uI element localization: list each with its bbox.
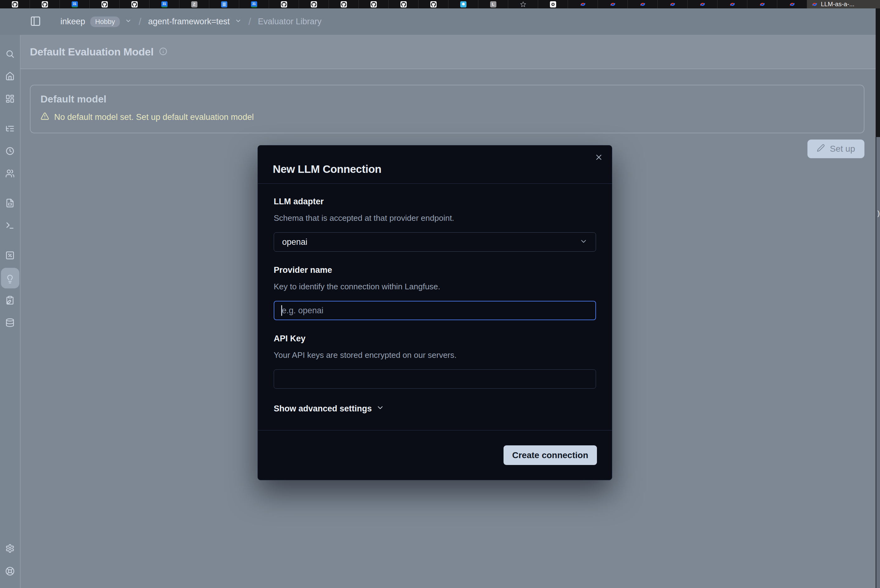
browser-tab[interactable]: 31 — [150, 0, 179, 8]
github-favicon — [400, 1, 407, 8]
sidebar-item-support-lifebuoy[interactable] — [5, 567, 15, 576]
breadcrumb-org[interactable]: inkeep — [60, 17, 85, 27]
chevron-down-icon[interactable] — [125, 17, 132, 27]
provider-name-input[interactable]: e.g. openai — [274, 301, 596, 320]
browser-tab[interactable] — [717, 0, 747, 8]
browser-tab[interactable] — [269, 0, 299, 8]
new-llm-connection-dialog: New LLM Connection LLM adapter Schema th… — [258, 145, 612, 480]
llm-adapter-value: openai — [282, 237, 307, 247]
sidebar-item-annotation-clipboard[interactable] — [5, 296, 15, 305]
set-up-button[interactable]: Set up — [807, 140, 864, 158]
browser-tab[interactable] — [448, 0, 478, 8]
github-favicon — [341, 1, 347, 8]
browser-tab[interactable] — [628, 0, 658, 8]
dialog-title: New LLM Connection — [273, 163, 597, 176]
sidebar-toggle-button[interactable] — [30, 16, 41, 28]
browser-tab[interactable] — [688, 0, 717, 8]
page-title: Default Evaluation Model — [30, 46, 153, 58]
browser-tab[interactable]: 31 — [239, 0, 269, 8]
breadcrumb-separator: / — [137, 16, 143, 27]
calendar-favicon: 31 — [251, 1, 257, 8]
github-favicon — [281, 1, 287, 8]
github-favicon — [311, 1, 317, 8]
sidebar-item-tracing-tree[interactable] — [5, 124, 15, 133]
llm-adapter-description: Schema that is accepted at that provider… — [274, 213, 596, 223]
sidebar-item-users[interactable] — [5, 169, 15, 178]
chevron-down-icon — [376, 404, 384, 414]
sidebar-nav — [0, 35, 21, 588]
llm-adapter-select[interactable]: openai — [274, 232, 596, 252]
panel-left-icon — [30, 16, 41, 28]
browser-tab[interactable] — [329, 0, 359, 8]
browser-tab[interactable] — [747, 0, 777, 8]
sidebar-item-playground-terminal[interactable] — [5, 221, 15, 230]
chat-favicon — [460, 1, 466, 8]
chevron-down-icon — [580, 237, 588, 247]
browser-tab[interactable]: Z — [179, 0, 209, 8]
github-favicon — [131, 1, 138, 8]
browser-tab[interactable] — [658, 0, 688, 8]
background-window-edge-grey — [876, 137, 880, 588]
page-header: Default Evaluation Model — [21, 35, 876, 69]
github-favicon — [12, 1, 18, 8]
star-favicon — [520, 1, 526, 8]
sidebar-item-evals-percent[interactable] — [5, 251, 15, 260]
llm-adapter-label: LLM adapter — [274, 197, 596, 207]
info-icon[interactable] — [159, 47, 167, 57]
browser-tab[interactable] — [120, 0, 150, 8]
langfuse-favicon — [580, 1, 586, 8]
api-key-input[interactable] — [274, 369, 596, 388]
browser-tab[interactable] — [299, 0, 329, 8]
browser-tab[interactable] — [388, 0, 418, 8]
browser-tab[interactable] — [598, 0, 628, 8]
sidebar-item-evaluator-lightbulb[interactable] — [5, 274, 15, 284]
background-window-edge-dark — [876, 8, 880, 137]
browser-tab[interactable] — [538, 0, 568, 8]
github-favicon — [42, 1, 48, 8]
docs-favicon — [221, 1, 227, 8]
api-key-label: API Key — [274, 334, 596, 344]
browser-tab[interactable] — [359, 0, 388, 8]
api-key-description: Your API keys are stored encrypted on ou… — [274, 350, 596, 360]
breadcrumb-separator: / — [247, 16, 253, 27]
linear-favicon: L — [490, 1, 496, 8]
browser-tab[interactable] — [30, 0, 60, 8]
default-model-card: Default model No default model set. Set … — [30, 85, 864, 133]
browser-tab[interactable] — [568, 0, 598, 8]
close-icon[interactable] — [594, 153, 603, 163]
warning-text: No default model set. Set up default eva… — [54, 112, 254, 122]
dialog-footer: Create connection — [258, 430, 612, 480]
langfuse-favicon — [610, 1, 616, 8]
sidebar-item-dashboard[interactable] — [5, 94, 15, 104]
browser-tab-active[interactable]: LLM-as-a-... — [807, 0, 880, 8]
browser-tab[interactable] — [777, 0, 807, 8]
background-window-artifact: ) — [877, 209, 880, 218]
browser-tab[interactable]: 31 — [60, 0, 90, 8]
breadcrumb-project[interactable]: agent-framework=test — [148, 17, 230, 27]
browser-tab[interactable] — [209, 0, 239, 8]
provider-name-placeholder: e.g. openai — [282, 306, 324, 315]
sidebar-item-models-database[interactable] — [5, 318, 15, 327]
sidebar-item-sessions-clock[interactable] — [5, 146, 15, 156]
dialog-header: New LLM Connection — [258, 146, 612, 184]
card-heading: Default model — [40, 93, 854, 105]
show-advanced-settings-toggle[interactable]: Show advanced settings — [274, 404, 596, 414]
browser-tab[interactable] — [508, 0, 538, 8]
browser-tab[interactable] — [418, 0, 448, 8]
github-favicon — [102, 1, 108, 8]
github-favicon — [370, 1, 377, 8]
github-favicon — [430, 1, 436, 8]
sidebar-item-json-file[interactable] — [5, 198, 15, 208]
advanced-settings-label: Show advanced settings — [274, 404, 372, 414]
chevron-down-icon[interactable] — [235, 17, 241, 27]
create-connection-button[interactable]: Create connection — [504, 446, 597, 465]
browser-tab[interactable]: L — [478, 0, 508, 8]
plan-badge: Hobby — [90, 16, 120, 27]
openai-favicon — [550, 1, 556, 8]
browser-tab[interactable] — [90, 0, 120, 8]
sidebar-item-settings-gear[interactable] — [5, 544, 15, 553]
sidebar-item-search[interactable] — [5, 49, 15, 58]
sidebar-item-home[interactable] — [5, 72, 15, 81]
provider-name-label: Provider name — [274, 266, 596, 275]
browser-tab[interactable] — [0, 0, 30, 8]
